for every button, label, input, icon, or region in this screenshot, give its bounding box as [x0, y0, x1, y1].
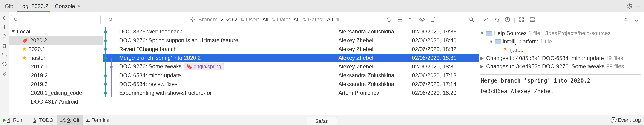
branches-search-input[interactable]: [11, 15, 100, 25]
run-toolwindow-button[interactable]: 4: Run: [0, 115, 26, 125]
undo-icon[interactable]: [493, 16, 501, 24]
branch-item[interactable]: DOC-4317-Android: [9, 97, 103, 106]
svg-point-13: [470, 18, 473, 21]
commit-row[interactable]: Experimenting with show-structure-for Ar…: [103, 89, 479, 97]
cherrypick-icon[interactable]: [396, 16, 404, 24]
branch-root-label: Local: [17, 28, 30, 35]
commit-row[interactable]: Revert "Change branch" Alexey Zhebel 02/…: [103, 45, 479, 54]
commit-date: 02/06/2020, 19:33: [412, 28, 474, 35]
branch-item[interactable]: 🔖2020.2: [9, 36, 103, 45]
branch-item[interactable]: 2019.3: [9, 80, 103, 89]
commit-author: Alexey Zhebel: [338, 63, 410, 70]
top-tabs: Git: Log: 2020.2 Console ✕: [0, 0, 644, 13]
commit-details-panel: | ▼ Help Sources 1 file ~/IdeaProjects/h…: [479, 13, 644, 115]
commit-date: 02/06/2020, 17:14: [412, 81, 474, 87]
commit-author: Aleksandra Zolushkina: [338, 28, 410, 35]
branch-item[interactable]: ★2020.1: [9, 45, 103, 54]
svg-rect-18: [520, 20, 522, 22]
commit-author: Artem Pronichev: [338, 90, 410, 96]
root-label: Help Sources: [494, 30, 527, 36]
file-icon: 🗎: [503, 47, 508, 53]
change-group[interactable]: ▶ Changes to 34e4952d DOC-9276: Some twe…: [480, 62, 641, 71]
browser-tab[interactable]: Safari: [307, 117, 337, 125]
commit-detail-message: Merge branch 'spring' into 2020.2 0e3c86…: [480, 74, 641, 97]
branch-item[interactable]: 2020.1_editing_code: [9, 89, 103, 97]
commit-message: DOC-9276: Spring support is an Ultimate …: [118, 37, 336, 44]
commit-row[interactable]: Merge branch 'spring' into 2020.2 Alexey…: [103, 54, 479, 62]
diff-icon[interactable]: [1, 51, 8, 59]
svg-point-10: [400, 19, 402, 22]
gear-icon[interactable]: [626, 2, 634, 10]
refresh-icon[interactable]: [1, 60, 8, 68]
search-icon[interactable]: [468, 16, 476, 24]
change-group[interactable]: ▶ Changes to 4085b8a1 DOC-6534: minor up…: [480, 54, 641, 62]
more-icon[interactable]: [1, 70, 8, 77]
todo-toolwindow-button[interactable]: ≡ 6: TODO: [26, 115, 57, 125]
branch-item[interactable]: ★master: [9, 54, 103, 62]
tab-console[interactable]: Console ✕: [52, 0, 84, 13]
chevron-down-icon: ▼: [480, 31, 484, 36]
changed-files-root[interactable]: ▼ Help Sources 1 file ~/IdeaProjects/hel…: [480, 29, 641, 37]
commit-list[interactable]: DOC-8376 Web feedback Aleksandra Zolushk…: [103, 27, 479, 115]
tab-console-label: Console: [55, 3, 75, 10]
nav-back-icon[interactable]: [1, 14, 8, 22]
filter-date[interactable]: Date: All ⇅: [277, 16, 306, 23]
file-count: 19 files: [606, 55, 623, 61]
settings-icon[interactable]: [632, 16, 641, 24]
chat-icon: 💬: [610, 117, 617, 123]
commit-author: Aleksandra Zolushkina: [338, 81, 410, 87]
tab-log[interactable]: Log: 2020.2: [16, 0, 52, 13]
history-icon[interactable]: [503, 16, 512, 24]
changed-file[interactable]: 🗎 ij.tree: [480, 46, 641, 54]
changed-files-folder[interactable]: ▼ intellij-platform 1 file: [480, 37, 641, 46]
branch-item[interactable]: 2019.2: [9, 71, 103, 80]
preview-icon[interactable]: [418, 16, 426, 24]
newbranch-icon[interactable]: [429, 16, 437, 24]
file-count: 1 file: [528, 30, 540, 36]
details-toolbar: |: [479, 13, 644, 27]
commits-filter-bar: Branch: 2020.2 ⇅ User: All ⇅ Date: All ⇅…: [103, 13, 479, 27]
commit-author: Aleksandra Zolushkina: [338, 72, 410, 79]
close-icon[interactable]: ✕: [77, 4, 81, 9]
svg-point-9: [398, 19, 400, 22]
filter-paths[interactable]: Paths: All ⇅: [308, 16, 340, 23]
commits-search-input[interactable]: [106, 15, 186, 25]
tag-icon: 🔖: [186, 64, 192, 70]
file-count: 99 files: [606, 63, 624, 70]
highlight-icon[interactable]: [482, 16, 490, 24]
tag-icon: 🔖: [22, 37, 28, 44]
expand-icon[interactable]: [1, 33, 8, 40]
filter-user[interactable]: User: All ⇅: [246, 16, 275, 23]
filter-gear-icon[interactable]: [188, 16, 196, 24]
commit-row[interactable]: DOC-6534: review fixes Aleksandra Zolush…: [103, 80, 479, 89]
filter-branch[interactable]: Branch: 2020.2 ⇅: [198, 16, 244, 23]
commit-row[interactable]: DOC-9276: Spring support is an Ultimate …: [103, 36, 479, 45]
commit-message: DOC-6534: review fixes: [118, 81, 336, 87]
delete-icon[interactable]: [1, 42, 8, 49]
chevron-right-icon: ▶: [480, 56, 484, 61]
branch-item[interactable]: 2017.1: [9, 62, 103, 71]
sync-icon[interactable]: [385, 16, 393, 24]
branches-tree: Local 🔖2020.2 ★2020.1 ★master 2017.1 201…: [9, 27, 103, 115]
svg-rect-16: [520, 18, 522, 19]
branch-root-local[interactable]: Local: [9, 27, 103, 36]
terminal-toolwindow-button[interactable]: Terminal: [83, 115, 114, 125]
commit-message: DOC-8376 Web feedback: [118, 28, 336, 35]
minimize-icon[interactable]: [634, 2, 642, 10]
commit-row[interactable]: DOC-8376 Web feedback Aleksandra Zolushk…: [103, 27, 479, 36]
sort-icon[interactable]: [407, 16, 415, 24]
expandall-icon[interactable]: [528, 16, 536, 24]
add-icon[interactable]: [1, 24, 8, 31]
commit-row[interactable]: DOC-9276: Some tweaks🔖origin/spring Alex…: [103, 62, 479, 71]
commit-message: Merge branch 'spring' into 2020.2: [118, 55, 336, 61]
main-area: Local 🔖2020.2 ★2020.1 ★master 2017.1 201…: [0, 13, 644, 115]
svg-rect-17: [522, 18, 524, 19]
search-icon: [108, 17, 114, 22]
commit-row[interactable]: DOC-6534: minor update Aleksandra Zolush…: [103, 71, 479, 80]
svg-point-11: [421, 19, 423, 21]
search-icon: [14, 17, 19, 22]
git-toolwindow-button[interactable]: ⎇ 9: Git: [57, 115, 83, 125]
collapseall-icon[interactable]: [622, 16, 630, 24]
event-log-button[interactable]: 💬 Event Log: [607, 115, 644, 125]
group-icon[interactable]: [518, 16, 526, 24]
